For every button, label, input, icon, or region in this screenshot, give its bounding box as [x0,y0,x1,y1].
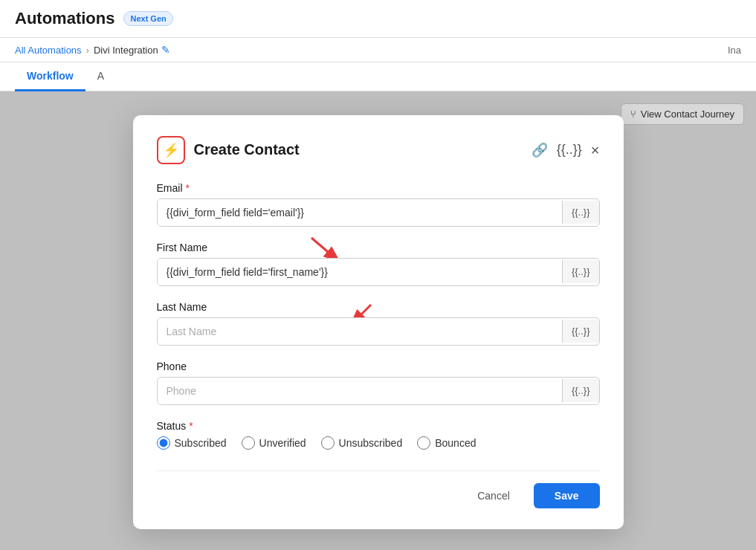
save-button[interactable]: Save [534,483,600,508]
email-field-group: Email * {{..}} [157,182,600,227]
first-name-input-wrapper: {{..}} [157,258,600,286]
last-name-input-wrapper: {{..}} [157,317,600,346]
last-name-braces-button[interactable]: {{..}} [562,320,599,343]
breadcrumb-bar: All Automations › Divi Integration ✎ Ina [0,38,756,62]
edit-icon[interactable]: ✎ [161,44,170,56]
radio-bounced[interactable]: Bounced [417,436,476,450]
first-name-input[interactable] [158,259,562,285]
cancel-button[interactable]: Cancel [462,483,525,508]
top-header: Automations Next Gen [0,0,756,38]
nextgen-badge: Next Gen [123,11,172,26]
email-required-star: * [186,182,190,194]
phone-field-group: Phone {{..}} [157,360,600,405]
email-label: Email * [157,182,600,194]
first-name-field-group: First Name {{..}} [157,242,600,286]
modal-footer: Cancel Save [157,470,600,508]
lightning-icon: ⚡ [163,142,179,158]
status-required-star: * [189,420,193,432]
top-right-status: Ina [728,45,741,56]
email-input[interactable] [158,199,562,226]
breadcrumb-all-automations[interactable]: All Automations [15,45,82,56]
create-contact-modal: ⚡ Create Contact 🔗 {{..}} × Email * {{..… [133,115,624,529]
phone-braces-button[interactable]: {{..}} [562,379,599,402]
last-name-field-group: Last Name {{..}} [157,301,600,346]
main-area: ⑂ View Contact Journey + End Automation … [0,91,756,550]
app-title: Automations [15,9,114,28]
first-name-braces-button[interactable]: {{..}} [562,260,599,283]
close-button[interactable]: × [591,143,600,158]
email-input-wrapper: {{..}} [157,198,600,227]
tabs-bar: Workflow A [0,62,756,91]
first-name-label: First Name [157,242,600,253]
last-name-input[interactable] [158,318,562,345]
status-radio-group: Subscribed Unverified Unsubscribed Bounc… [157,436,600,450]
braces-icon[interactable]: {{..}} [557,142,582,158]
modal-title: Create Contact [194,141,523,158]
link-icon[interactable]: 🔗 [532,142,548,158]
modal-header-actions: 🔗 {{..}} × [532,142,600,158]
radio-subscribed[interactable]: Subscribed [157,436,227,450]
radio-unsubscribed[interactable]: Unsubscribed [321,436,403,450]
email-braces-button[interactable]: {{..}} [562,201,599,224]
modal-icon-box: ⚡ [157,136,185,164]
modal-overlay: ⚡ Create Contact 🔗 {{..}} × Email * {{..… [0,91,756,550]
tab-analytics[interactable]: A [85,62,116,91]
phone-input-wrapper: {{..}} [157,377,600,405]
status-field-group: Status * Subscribed Unverified Unsubscri… [157,420,600,450]
modal-header: ⚡ Create Contact 🔗 {{..}} × [157,136,600,164]
phone-label: Phone [157,360,600,372]
breadcrumb-separator: › [86,45,89,56]
phone-input[interactable] [158,378,562,404]
radio-unverified[interactable]: Unverified [242,436,306,450]
breadcrumb-current: Divi Integration ✎ [94,44,170,56]
tab-workflow[interactable]: Workflow [15,62,85,91]
status-label: Status * [157,420,600,432]
last-name-label: Last Name [157,301,600,313]
